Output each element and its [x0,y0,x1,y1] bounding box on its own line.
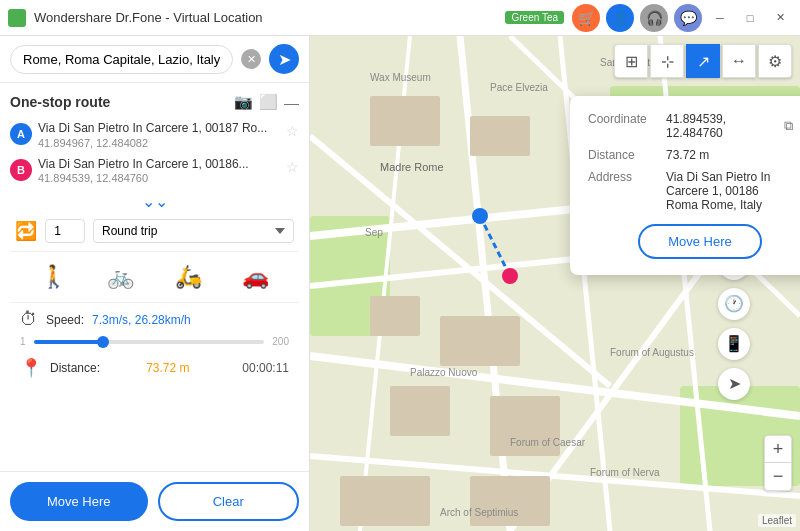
copy-coordinate-icon[interactable]: ⧉ [784,118,793,134]
speed-fast-label: 200 [272,336,289,347]
map-popup: ✕ Coordinate 41.894539, 12.484760 ⧉ ☆ Di… [570,96,800,275]
svg-text:Palazzo Nuovo: Palazzo Nuovo [410,367,478,378]
export-icon[interactable]: ⬜ [259,93,278,111]
transport-row: 🚶 🚲 🛵 🚗 [10,251,299,303]
stop-icon-1: A [10,123,32,145]
svg-text:Forum of Nerva: Forum of Nerva [590,467,660,478]
title-bar: Wondershare Dr.Fone - Virtual Location G… [0,0,800,36]
app-title: Wondershare Dr.Fone - Virtual Location [34,10,505,25]
speed-slow-label: 1 [20,336,26,347]
stop-content-2: Via Di San Pietro In Carcere 1, 00186...… [38,157,280,185]
clear-button[interactable]: Clear [158,482,300,521]
route-title: One-stop route [10,94,234,110]
map-zoom-controls: + − [764,435,792,491]
title-bar-actions: 🛒 👤 🎧 💬 ─ □ ✕ [572,4,792,32]
minimize-panel-icon[interactable]: — [284,94,299,111]
walk-transport-icon[interactable]: 🚶 [34,257,74,297]
bike-transport-icon[interactable]: 🚲 [101,257,141,297]
settings-tool-button[interactable]: ⚙ [758,44,792,78]
svg-text:Madre Rome: Madre Rome [380,161,444,173]
device-icon[interactable]: 📱 [718,328,750,360]
stop-content-1: Via Di San Pietro In Carcere 1, 00187 Ro… [38,121,280,149]
move-here-button[interactable]: Move Here [10,482,148,521]
loop-count-input[interactable] [45,219,85,243]
headset-icon[interactable]: 🎧 [640,4,668,32]
stop-coords-2: 41.894539, 12.484760 [38,172,280,184]
stop-star-2[interactable]: ☆ [286,159,299,175]
svg-text:Forum of Caesar: Forum of Caesar [510,437,586,448]
svg-text:Forum of Augustus: Forum of Augustus [610,347,694,358]
time-value: 00:00:11 [242,361,289,375]
svg-point-37 [502,268,518,284]
route-panel: One-stop route 📷 ⬜ — A Via Di San Pietro… [0,83,309,471]
app-logo [8,9,26,27]
car-transport-icon[interactable]: 🚗 [235,257,275,297]
popup-coordinate-row: Coordinate 41.894539, 12.484760 ⧉ ☆ [588,112,800,140]
user-icon[interactable]: 👤 [606,4,634,32]
speed-label: Speed: [46,313,84,327]
coordinate-value: 41.894539, 12.484760 ⧉ ☆ [666,112,800,140]
coordinate-label: Coordinate [588,112,658,126]
svg-rect-16 [470,116,530,156]
distance-popup-label: Distance [588,148,658,162]
distance-value: 73.72 m [146,361,234,375]
svg-rect-18 [440,316,520,366]
popup-move-here-button[interactable]: Move Here [638,224,762,259]
speed-slider-dot [97,336,109,348]
route-stop-1: A Via Di San Pietro In Carcere 1, 00187 … [10,121,299,149]
controls-row: 🔁 Round trip One way Infinite loop [10,219,299,243]
svg-rect-17 [370,296,420,336]
distance-pin-icon: 📍 [20,357,42,379]
close-button[interactable]: ✕ [768,6,792,30]
route-stop-2: B Via Di San Pietro In Carcere 1, 00186.… [10,157,299,185]
minimize-button[interactable]: ─ [708,6,732,30]
search-clear-button[interactable]: ✕ [241,49,261,69]
svg-text:Wax Museum: Wax Museum [370,72,431,83]
coordinate-text: 41.894539, 12.484760 [666,112,778,140]
multi-stop-tool-button[interactable]: ↔ [722,44,756,78]
route-tool-button[interactable]: ↗ [686,44,720,78]
screenshot-icon[interactable]: 📷 [234,93,253,111]
route-header-actions: 📷 ⬜ — [234,93,299,111]
main-content: ✕ ➤ One-stop route 📷 ⬜ — A Via Di San Pi… [0,36,800,531]
jump-tool-button[interactable]: ⊹ [650,44,684,78]
expand-route-button[interactable]: ⌄⌄ [10,192,299,211]
route-header: One-stop route 📷 ⬜ — [10,93,299,111]
teleport-tool-button[interactable]: ⊞ [614,44,648,78]
popup-address-row: Address Via Di San Pietro In Carcere 1, … [588,170,800,212]
svg-text:Pace Elvezia: Pace Elvezia [490,82,548,93]
maximize-button[interactable]: □ [738,6,762,30]
search-input[interactable] [10,45,233,74]
trip-type-select[interactable]: Round trip One way Infinite loop [93,219,294,243]
map-attribution: Leaflet [758,514,796,527]
svg-rect-21 [340,476,430,526]
stop-name-1: Via Di San Pietro In Carcere 1, 00187 Ro… [38,121,280,137]
search-bar: ✕ ➤ [0,36,309,83]
scooter-transport-icon[interactable]: 🛵 [168,257,208,297]
svg-text:Sep: Sep [365,227,383,238]
map-toolbar: ⊞ ⊹ ↗ ↔ ⚙ [614,44,792,78]
svg-rect-22 [470,476,550,526]
history-icon[interactable]: 🕐 [718,288,750,320]
green-tag: Green Tea [505,11,564,24]
compass-icon[interactable]: ➤ [718,368,750,400]
zoom-out-button[interactable]: − [764,463,792,491]
discord-icon[interactable]: 💬 [674,4,702,32]
left-panel: ✕ ➤ One-stop route 📷 ⬜ — A Via Di San Pi… [0,36,310,531]
address-popup-value: Via Di San Pietro In Carcere 1, 00186 Ro… [666,170,800,212]
svg-text:Arch of Septimius: Arch of Septimius [440,507,518,518]
map-tool-row: ⊞ ⊹ ↗ ↔ ⚙ [614,44,792,78]
svg-point-36 [472,208,488,224]
stop-star-1[interactable]: ☆ [286,123,299,139]
speed-icon: ⏱ [20,309,38,330]
map-area[interactable]: Wax Museum Pace Elvezia San Silvestro Ho… [310,36,800,531]
speed-row: ⏱ Speed: 7.3m/s, 26.28km/h [10,303,299,336]
distance-popup-value: 73.72 m [666,148,800,162]
search-go-button[interactable]: ➤ [269,44,299,74]
speed-slider[interactable] [34,340,265,344]
popup-distance-row: Distance 73.72 m [588,148,800,162]
zoom-in-button[interactable]: + [764,435,792,463]
cart-icon[interactable]: 🛒 [572,4,600,32]
stop-name-2: Via Di San Pietro In Carcere 1, 00186... [38,157,280,173]
stop-icon-2: B [10,159,32,181]
